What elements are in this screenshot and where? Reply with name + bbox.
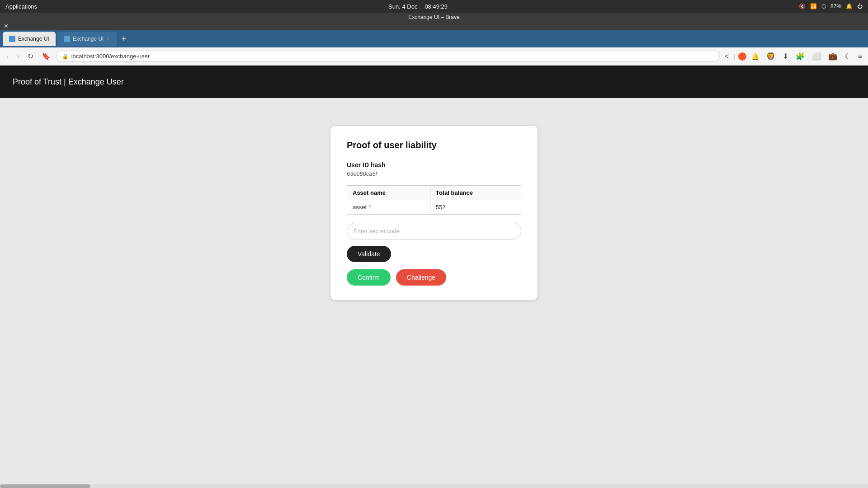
confirm-button[interactable]: Confirm	[347, 269, 391, 286]
theme-toggle-icon[interactable]: ☾	[842, 51, 853, 62]
page-content: Proof of user liability User ID hash 63e…	[0, 98, 868, 488]
lock-icon: 🔒	[62, 53, 69, 60]
user-id-hash: 63ec80ca5f	[347, 170, 521, 177]
nav-right-icons: < | 🔔 🦁 ⬇ 🧩 ⬜ 💼 ☾ ≡	[722, 51, 864, 62]
tab-close-button-2[interactable]: ✕	[106, 36, 110, 42]
proof-card: Proof of user liability User ID hash 63e…	[330, 125, 538, 300]
challenge-button[interactable]: Challenge	[396, 269, 446, 286]
bluetooth-icon[interactable]: ⬡	[821, 3, 826, 9]
browser-close-bar: ✕	[0, 22, 868, 30]
nav-bar: ‹ › ↻ 🔖 🔒 localhost:3000/exchange-user <…	[0, 47, 868, 66]
back-button[interactable]: ‹	[4, 51, 11, 62]
forward-button[interactable]: ›	[14, 51, 22, 62]
wifi-icon[interactable]: 📶	[810, 3, 817, 9]
user-id-label: User ID hash	[347, 161, 521, 169]
address-bar[interactable]: 🔒 localhost:3000/exchange-user	[56, 51, 720, 62]
table-row: asset 1 552	[347, 200, 521, 215]
sidebar-icon[interactable]: ⬜	[810, 51, 823, 62]
share-button[interactable]: <	[722, 51, 731, 62]
scrollbar[interactable]	[0, 484, 868, 488]
close-browser-button[interactable]: ✕	[4, 23, 9, 29]
menu-button[interactable]: ≡	[856, 51, 864, 62]
reload-button[interactable]: ↻	[25, 50, 36, 62]
mute-icon[interactable]: 🔇	[799, 3, 806, 9]
os-app-menu[interactable]: Applications	[5, 3, 37, 10]
bookmark-button[interactable]: 🔖	[39, 50, 53, 62]
os-date: Sun, 4 Dec	[388, 3, 417, 10]
tab-exchange-ui-1[interactable]: Exchange UI	[3, 32, 56, 46]
extensions-puzzle-icon[interactable]: 🧩	[793, 51, 807, 62]
brave-shield-icon[interactable]	[738, 52, 746, 61]
asset-balance-cell: 552	[430, 200, 521, 215]
url-text: localhost:3000/exchange-user	[71, 53, 150, 60]
tabs-bar: Exchange UI Exchange UI ✕ +	[0, 30, 868, 47]
browser-title: Exchange UI – Brave	[408, 14, 459, 20]
notification-icon[interactable]: 🔔	[846, 3, 853, 9]
vpn-icon[interactable]: ⬇	[780, 51, 791, 62]
col-asset-name: Asset name	[347, 186, 430, 200]
asset-name-cell: asset 1	[347, 200, 430, 215]
os-top-bar: Applications Sun, 4 Dec 08:49:29 🔇 📶 ⬡ 8…	[0, 0, 868, 13]
browser-title-bar: Exchange UI – Brave	[0, 13, 868, 22]
os-time: 08:49:29	[425, 3, 448, 10]
page-title: Proof of Trust | Exchange User	[13, 77, 124, 87]
wallet-icon[interactable]: 💼	[826, 51, 840, 62]
action-buttons: Confirm Challenge	[347, 269, 521, 286]
tab-label-2: Exchange UI	[73, 36, 104, 42]
separator: |	[734, 53, 736, 60]
battery-level: 87%	[830, 3, 841, 9]
power-icon[interactable]: ⏻	[857, 3, 863, 9]
col-total-balance: Total balance	[430, 186, 521, 200]
card-title: Proof of user liability	[347, 140, 521, 150]
extensions-button[interactable]: 🔔	[749, 52, 761, 61]
tab-label-1: Exchange UI	[18, 36, 49, 42]
new-tab-button[interactable]: +	[118, 34, 129, 44]
os-bar-right: 🔇 📶 ⬡ 87% 🔔 ⏻	[799, 3, 863, 9]
scrollbar-thumb[interactable]	[0, 484, 90, 488]
tab-favicon-1	[9, 36, 15, 42]
brave-rewards-icon[interactable]: 🦁	[764, 51, 778, 62]
validate-button[interactable]: Validate	[347, 246, 391, 262]
tab-favicon-2	[64, 36, 70, 42]
os-bar-left: Applications	[5, 3, 37, 10]
app-header: Proof of Trust | Exchange User	[0, 66, 868, 98]
secret-code-input[interactable]	[347, 223, 521, 239]
asset-table: Asset name Total balance asset 1 552	[347, 185, 521, 215]
tab-exchange-ui-2[interactable]: Exchange UI ✕	[57, 32, 117, 46]
os-bar-center: Sun, 4 Dec 08:49:29	[388, 3, 448, 10]
